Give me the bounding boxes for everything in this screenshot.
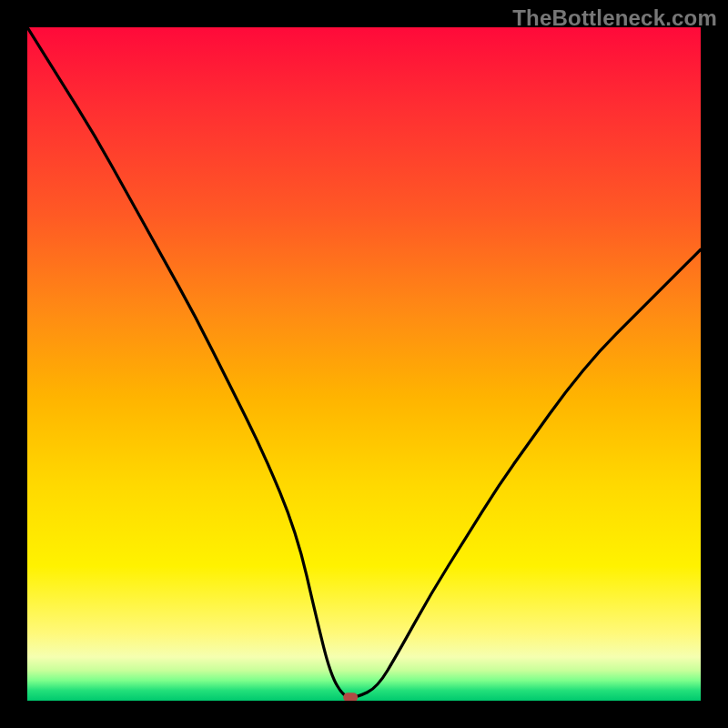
chart-frame: TheBottleneck.com — [0, 0, 728, 728]
bottleneck-curve — [27, 27, 701, 701]
plot-area — [27, 27, 701, 701]
watermark-text: TheBottleneck.com — [512, 5, 717, 31]
optimal-point-marker — [343, 693, 358, 701]
